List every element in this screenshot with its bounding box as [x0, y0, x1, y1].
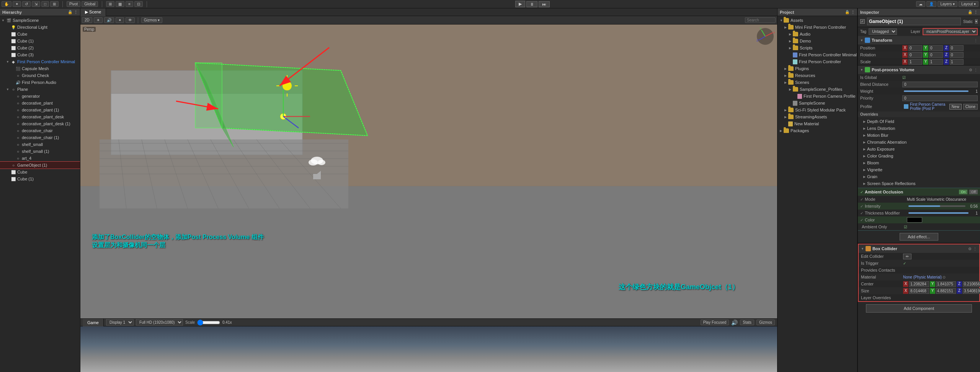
bc-settings-icon[interactable]: ⚙ — [968, 247, 972, 251]
tab-scene[interactable]: ▶ Scene — [80, 8, 106, 16]
hierarchy-item-cube1child[interactable]: ⬜Cube (1) — [0, 175, 80, 182]
override-item-4[interactable]: ▶Auto Exposure — [860, 146, 978, 152]
project-item-minifp[interactable]: ▶Mini First Person Controller — [777, 24, 857, 31]
scene-gizmos-btn[interactable]: Gizmos ▾ — [141, 17, 163, 23]
hierarchy-item-decorative_plant[interactable]: ○decorative_plant — [0, 100, 80, 107]
pos-y-input[interactable] — [929, 45, 943, 51]
snap-btn4[interactable]: ⊡ — [134, 1, 143, 7]
hierarchy-item-capsuleMesh[interactable]: ⬛Capsule Mesh — [0, 65, 80, 72]
ao-off-btn[interactable]: Off — [969, 190, 978, 194]
cloud-btn[interactable]: ☁ — [916, 1, 925, 7]
override-item-2[interactable]: ▶Motion Blur — [860, 132, 978, 139]
hierarchy-item-cube3[interactable]: ⬜Cube (3) — [0, 51, 80, 58]
size-x-input[interactable] — [909, 288, 929, 294]
scene-view[interactable]: Persp X Y Z 添加了BoxCollider的空物体，添加Post Pr… — [80, 25, 777, 318]
step-button[interactable]: ⏭ — [539, 1, 550, 7]
size-y-input[interactable] — [936, 288, 956, 294]
edit-collider-btn[interactable]: ✏ — [903, 254, 911, 259]
hierarchy-item-directionallight[interactable]: 💡Directional Light — [0, 24, 80, 31]
scene-light-btn[interactable]: ☀ — [94, 17, 103, 23]
stats-btn[interactable]: Stats — [740, 320, 754, 325]
scale-x-input[interactable] — [908, 59, 922, 65]
hierarchy-item-cube1-1[interactable]: ⬜Cube (1) — [0, 38, 80, 44]
hierarchy-item-decorative_plant_desk1[interactable]: ○decorative_plant_desk (1) — [0, 120, 80, 127]
project-item-fpcontroller_file[interactable]: First Person Controller — [777, 58, 857, 65]
add-component-btn[interactable]: Add Component — [866, 304, 972, 313]
scale-tool[interactable]: ⇲ — [32, 1, 40, 7]
override-item-0[interactable]: ▶Depth Of Field — [860, 118, 978, 125]
account-btn[interactable]: 👤 — [926, 1, 936, 7]
hierarchy-item-fpcontroller[interactable]: ▼◆First Person Controller Minimal — [0, 58, 80, 65]
ao-on-btn[interactable]: On — [959, 190, 968, 194]
project-item-samplescene_file[interactable]: SampleScene — [777, 100, 857, 107]
center-y-input[interactable] — [936, 281, 956, 287]
resolution-select[interactable]: Full HD (1920x1080) — [136, 319, 183, 326]
project-item-scripts[interactable]: ▶Scripts — [777, 44, 857, 51]
snap-btn2[interactable]: ▦ — [116, 1, 124, 7]
scale-y-input[interactable] — [929, 59, 943, 65]
layer-select[interactable]: mcamProstProcessLayer — [923, 28, 978, 35]
hierarchy-menu-icon[interactable]: ⋮ — [74, 10, 78, 14]
pos-x-input[interactable] — [908, 45, 922, 51]
project-item-sci-fi[interactable]: ▶Sci-Fi Styled Modular Pack — [777, 107, 857, 113]
pos-z-input[interactable] — [950, 45, 964, 51]
hierarchy-item-plane[interactable]: ▼○Plane — [0, 86, 80, 93]
center-z-input[interactable] — [963, 281, 980, 287]
transform-all-tool[interactable]: ⊞ — [50, 1, 59, 7]
scene-sound-btn[interactable]: 🔊 — [104, 17, 114, 23]
hierarchy-item-groundCheck[interactable]: ○Ground Check — [0, 72, 80, 79]
scale-slider[interactable] — [197, 320, 220, 326]
layers-btn[interactable]: Layers ▾ — [938, 1, 957, 7]
hand-tool[interactable]: ✋ — [2, 1, 11, 7]
priority-input[interactable] — [902, 95, 978, 101]
rect-tool[interactable]: □ — [41, 1, 49, 7]
hierarchy-item-cube2[interactable]: ⬜Cube (2) — [0, 44, 80, 51]
pivot-button[interactable]: Pivot — [67, 1, 80, 7]
hierarchy-item-decorative_chair1[interactable]: ○decorative_chair (1) — [0, 134, 80, 141]
override-item-9[interactable]: ▶Screen Space Reflections — [860, 180, 978, 187]
project-item-demo[interactable]: ▶Demo — [777, 38, 857, 44]
snap-btn1[interactable]: ⊞ — [106, 1, 114, 7]
project-item-newmaterial[interactable]: New Material — [777, 120, 857, 127]
inspector-menu-icon[interactable]: ⋮ — [974, 10, 978, 14]
hierarchy-item-samplescene[interactable]: ▼🎬SampleScene — [0, 17, 80, 24]
add-effect-btn[interactable]: Add effect... — [900, 233, 938, 241]
rot-z-input[interactable] — [950, 52, 964, 58]
is-global-checkbox[interactable]: ☑ — [902, 75, 906, 80]
override-item-1[interactable]: ▶Lens Distortion — [860, 125, 978, 132]
override-item-3[interactable]: ▶Chromatic Aberration — [860, 139, 978, 146]
hierarchy-lock-icon[interactable]: 🔒 — [68, 10, 72, 14]
volume-icon[interactable]: 🔊 — [731, 320, 738, 326]
thickness-slider[interactable] — [908, 212, 969, 214]
override-item-6[interactable]: ▶Bloom — [860, 159, 978, 166]
hierarchy-item-fpAudio[interactable]: 🔊First Person Audio — [0, 79, 80, 86]
override-item-5[interactable]: ▶Color Grading — [860, 152, 978, 159]
project-item-streaming[interactable]: ▶StreamingAssets — [777, 113, 857, 120]
transform-section-header[interactable]: ▼ Transform ⋮ — [858, 36, 980, 44]
project-lock-icon[interactable]: 🔒 — [845, 10, 849, 14]
scene-2d-btn[interactable]: 2D — [82, 17, 92, 23]
display-select[interactable]: Display 1 — [106, 319, 134, 326]
bc-menu-icon[interactable]: ⋮ — [973, 247, 977, 251]
scene-search-input[interactable] — [745, 17, 776, 23]
scene-fx-btn[interactable]: ✦ — [116, 17, 124, 23]
profile-new-btn[interactable]: New — [949, 104, 962, 110]
hierarchy-item-decorative_plant1[interactable]: ○decorative_plant (1) — [0, 107, 80, 113]
move-tool[interactable]: ✦ — [13, 1, 21, 7]
snap-btn3[interactable]: ≡ — [126, 1, 133, 7]
is-trigger-checkbox[interactable]: ✓ — [903, 261, 906, 265]
hierarchy-item-decorative_chair[interactable]: ○decorative_chair — [0, 127, 80, 134]
pp-menu-icon[interactable]: ⋮ — [974, 68, 978, 72]
gameobject-name-field[interactable] — [867, 18, 961, 25]
tag-select[interactable]: Untagged — [869, 28, 897, 35]
rot-y-input[interactable] — [929, 52, 943, 58]
project-item-fp_camera_profile[interactable]: First Person Camera Profile — [777, 93, 857, 100]
project-item-assets[interactable]: ▼Assets — [777, 17, 857, 24]
color-swatch[interactable] — [907, 217, 922, 223]
postprocess-header[interactable]: ▼ Post-process Volume ⚙ ⋮ — [858, 66, 980, 74]
project-item-scenes[interactable]: ▶Scenes — [777, 79, 857, 86]
ambient-only-checkbox[interactable]: ☑ — [904, 225, 907, 229]
profile-clone-btn[interactable]: Clone — [963, 104, 978, 110]
gizmos-btn[interactable]: Gizmos — [756, 320, 775, 325]
global-button[interactable]: Global — [82, 1, 98, 7]
